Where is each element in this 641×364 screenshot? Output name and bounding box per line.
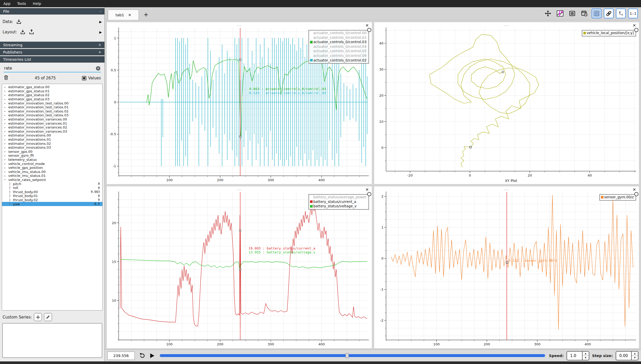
tree-item[interactable]: ▸sensor_gps.00 <box>2 150 102 154</box>
tree-item[interactable]: ▸estimator_innovation_variances.01 <box>2 121 102 125</box>
edit-custom-series-button[interactable] <box>44 313 52 321</box>
data-menu-arrow-icon[interactable]: ▶ <box>99 20 102 24</box>
expand-arrow-icon[interactable]: ▸ <box>4 134 8 137</box>
panel-close-icon[interactable]: ✕ <box>365 24 369 28</box>
tree-item[interactable]: ▸estimator_gps_status.01 <box>2 89 102 93</box>
legend-entry[interactable]: actuator_controls_0/control.01 <box>310 35 367 40</box>
timeline-slider[interactable] <box>160 354 545 357</box>
tree-item[interactable]: ▸estimator_innovations.02 <box>2 141 102 146</box>
expand-arrow-icon[interactable]: ▸ <box>4 106 8 109</box>
datetime-icon[interactable] <box>579 9 589 18</box>
tree-item[interactable]: ▸estimator_innovations.00 <box>2 133 102 138</box>
save-layout-icon[interactable] <box>28 29 35 35</box>
legend-entry[interactable]: battery_status/current_a <box>310 200 367 204</box>
expand-arrow-icon[interactable]: ▸ <box>4 150 8 153</box>
current-time-display[interactable]: 239.556 <box>107 352 135 360</box>
legend-entry[interactable]: vehicle_local_position/[x;y] <box>583 31 634 35</box>
tree-item[interactable]: ├thrust_body.020 <box>2 198 102 202</box>
expand-arrow-icon[interactable]: ▸ <box>4 154 8 157</box>
panel-menu-dots[interactable]: ... <box>504 186 509 191</box>
tab-close-icon[interactable]: ✕ <box>128 13 131 17</box>
menu-item-app[interactable]: App <box>0 2 14 6</box>
tree-item[interactable]: ▸vehicle_gps_position <box>2 166 102 170</box>
menu-item-help[interactable]: Help <box>29 2 44 6</box>
plot-legend[interactable]: actuator_controls_0/control.00actuator_c… <box>308 30 369 64</box>
timeseries-search-input[interactable] <box>4 65 101 72</box>
plot-panel-battery-status[interactable]: 100200300400101520...✕battery_status/ave… <box>107 186 372 348</box>
plot-legend[interactable]: vehicle_local_position/[x;y] <box>582 30 636 36</box>
expand-arrow-icon[interactable]: ▸ <box>4 102 8 104</box>
plot-panel-actuator-controls[interactable]: 100200300400-1-0.500.51...✕actuator_cont… <box>107 22 372 184</box>
expand-arrow-icon[interactable]: ▸ <box>4 98 8 101</box>
tree-item[interactable]: ▸telemetry_status <box>2 158 102 162</box>
panel-menu-dots[interactable]: ... <box>237 186 242 191</box>
step-spin-arrows[interactable]: ▲▼ <box>631 352 638 360</box>
custom-series-list[interactable] <box>2 323 102 358</box>
tree-item[interactable]: ▸estimator_gps_status.03 <box>2 97 102 101</box>
expand-arrow-icon[interactable]: ▸ <box>4 114 8 117</box>
loop-icon[interactable] <box>138 352 145 360</box>
move-icon[interactable] <box>543 9 553 18</box>
legend-list-icon[interactable] <box>567 9 577 18</box>
add-custom-series-button[interactable] <box>34 313 42 321</box>
expand-arrow-icon[interactable]: ▸ <box>4 138 8 141</box>
publishers-section-header[interactable]: Publishers + <box>0 49 104 55</box>
panel-close-icon[interactable]: ✕ <box>633 188 636 192</box>
tree-item[interactable]: ▸vehicle_control_mode <box>2 162 102 166</box>
panel-close-icon[interactable]: ✕ <box>633 24 636 28</box>
expand-arrow-icon[interactable]: ▸ <box>4 162 8 165</box>
legend-entry[interactable]: battery_status/average_power <box>310 195 367 200</box>
legend-entry[interactable]: actuator_controls_0/control.06 <box>310 54 367 58</box>
expand-arrow-icon[interactable]: ▸ <box>4 166 8 169</box>
file-section-header[interactable]: File - <box>0 8 104 14</box>
tree-item[interactable]: ▸sensor_gyro_fft <box>2 154 102 158</box>
tree-item[interactable]: ▸estimator_innovation_test_ratios.03 <box>2 113 102 117</box>
tree-item[interactable]: ▸estimator_innovation_test_ratios.01 <box>2 105 102 109</box>
expand-arrow-icon[interactable]: ▸ <box>4 130 8 133</box>
expand-arrow-icon[interactable]: ▸ <box>4 110 8 112</box>
layout-menu-arrow-icon[interactable]: ▶ <box>99 30 102 34</box>
gyro-z-plot-canvas[interactable]: 100200300400-2-1012 <box>374 186 639 348</box>
xy-position-plot-canvas[interactable]: -2002040010203040XY Plot <box>374 22 639 184</box>
battery-status-plot-canvas[interactable]: 100200300400101520 <box>107 186 372 348</box>
expand-arrow-icon[interactable]: ▸ <box>4 122 8 125</box>
tree-item[interactable]: ▸vehicle_imu_status.01 <box>2 174 102 178</box>
tree-item[interactable]: ▸estimator_gps_status.00 <box>2 85 102 89</box>
legend-entry[interactable]: actuator_controls_0/control.04 <box>310 44 367 49</box>
panel-close-icon[interactable]: ✕ <box>365 188 369 192</box>
tree-item[interactable]: ▾vehicle_rates_setpoint <box>2 178 102 182</box>
speed-spin-arrows[interactable]: ▲▼ <box>582 352 589 360</box>
plot-panel-gyro-z[interactable]: 100200300400-2-1012...✕sensor_gyro.00/z-… <box>374 186 639 348</box>
clear-search-icon[interactable]: ✕ <box>96 66 100 71</box>
legend-corner-handle[interactable] <box>634 28 638 32</box>
legend-entry[interactable]: battery_status/voltage_v <box>310 204 367 209</box>
expand-arrow-icon[interactable]: ▸ <box>4 86 8 88</box>
collapse-arrow-icon[interactable]: ▾ <box>4 178 8 181</box>
tree-item[interactable]: ▸estimator_gps_status.02 <box>2 93 102 97</box>
timeseries-tree[interactable]: ▸estimator_gps_status.00▸estimator_gps_s… <box>2 84 103 310</box>
streaming-section-header[interactable]: Streaming + <box>0 42 104 48</box>
trash-icon[interactable] <box>4 75 9 81</box>
menu-item-tools[interactable]: Tools <box>14 2 29 6</box>
play-icon[interactable] <box>148 352 156 360</box>
tree-item[interactable]: ├pitch0 <box>2 182 102 186</box>
load-data-icon[interactable] <box>16 19 22 25</box>
legend-entry[interactable]: actuator_controls_0/control.05 <box>310 49 367 54</box>
grid-icon[interactable] <box>592 9 601 18</box>
expand-arrow-icon[interactable]: ▸ <box>4 94 8 96</box>
tree-item[interactable]: ▸estimator_innovation_variances.00 <box>2 117 102 122</box>
ratio-1-1-icon[interactable]: 1:1 <box>628 9 638 18</box>
legend-entry[interactable]: sensor_gyro.00/z <box>601 195 634 200</box>
step-size-spinbox[interactable]: 0.00 ▲▼ <box>616 351 638 360</box>
panel-menu-dots[interactable]: ... <box>237 22 242 27</box>
tree-item[interactable]: ▸estimator_innovation_variances.03 <box>2 130 102 134</box>
time-origin-icon[interactable]: to <box>616 9 626 18</box>
plot-legend[interactable]: battery_status/average_powerbattery_stat… <box>308 194 369 210</box>
legend-entry[interactable]: actuator_controls_0/control.00 <box>310 31 367 35</box>
tab-tab1[interactable]: tab1 ✕ <box>108 10 139 20</box>
expand-arrow-icon[interactable]: ▸ <box>4 142 8 145</box>
speed-spinbox[interactable]: 1.0 ▲▼ <box>567 351 589 360</box>
load-layout-icon[interactable] <box>20 29 26 35</box>
tree-item[interactable]: ▸estimator_innovations.03 <box>2 146 102 150</box>
tree-item[interactable]: ├thrust_body.010 <box>2 194 102 198</box>
